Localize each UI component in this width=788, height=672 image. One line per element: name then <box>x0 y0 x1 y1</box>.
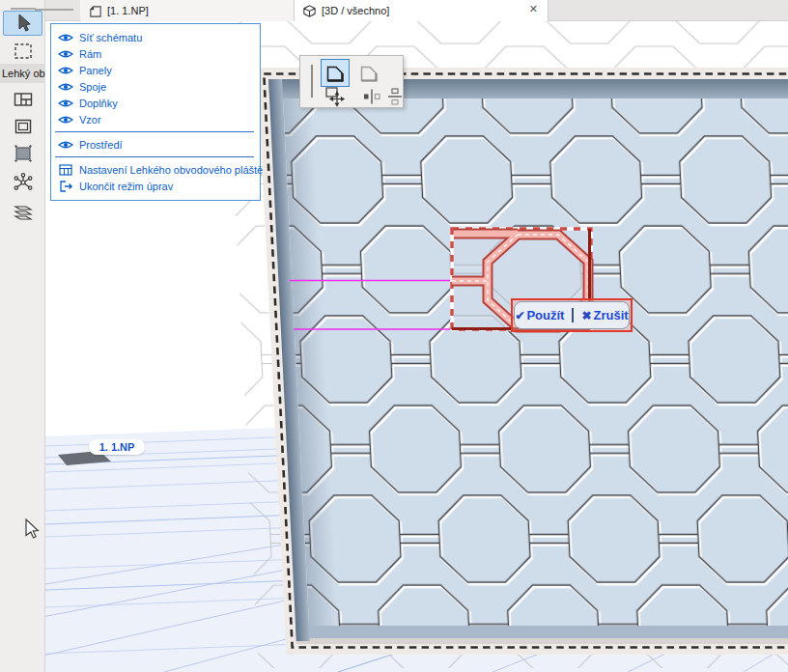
distribute-vertical-button[interactable] <box>385 86 405 107</box>
confirm-bar: ✔ Použít ✖ Zrušit <box>511 298 633 332</box>
floorplan-icon <box>88 4 102 18</box>
menu-divider <box>55 156 254 157</box>
eye-icon <box>57 114 74 126</box>
menu-item-label: Prostředí <box>79 139 123 151</box>
align-center-button[interactable] <box>357 86 386 107</box>
eye-icon <box>57 48 74 60</box>
cube-3d-icon <box>302 4 317 18</box>
curtain-wall <box>257 68 788 655</box>
panel-boundary-alt-button[interactable] <box>354 59 383 87</box>
tab-3d-label: [3D / všechno] <box>322 5 389 16</box>
settings-grid-icon <box>57 164 74 176</box>
menu-item-label: Síť schématu <box>79 32 142 43</box>
eye-icon <box>57 98 74 109</box>
menu-item-joints[interactable]: Spoje <box>51 78 260 95</box>
confirm-divider <box>572 308 574 322</box>
accessory-stack-icon <box>13 201 34 222</box>
panel-boundary-alt-icon <box>358 63 380 84</box>
menu-item-accessories[interactable]: Doplňky <box>51 95 260 111</box>
pet-palette-grip[interactable] <box>311 65 313 98</box>
menu-item-label: Nastavení Lehkého obvodového pláště <box>79 164 263 176</box>
menu-item-scheme-grid[interactable]: Síť schématu <box>51 29 260 45</box>
marquee-tool[interactable] <box>3 39 42 64</box>
arrow-tool[interactable] <box>3 11 42 36</box>
junction-icon <box>13 172 34 193</box>
frame-icon <box>13 116 34 137</box>
frame-tool[interactable] <box>3 114 42 139</box>
menu-item-label: Ukončit režim úprav <box>79 181 173 192</box>
story-label[interactable]: 1. 1.NP <box>89 439 145 455</box>
eye-icon <box>57 65 74 76</box>
view-options-panel: Síť schématu Rám Panely Spoje Doplňky Vz… <box>50 23 261 201</box>
eye-icon <box>57 32 74 43</box>
menu-item-label: Spoje <box>79 81 106 93</box>
menu-item-frame[interactable]: Rám <box>51 45 260 62</box>
wall-pattern <box>283 98 788 626</box>
arrow-cursor-icon <box>14 13 33 34</box>
menu-item-label: Panely <box>79 65 112 76</box>
panel-tool[interactable] <box>3 141 42 166</box>
mouse-cursor <box>25 518 40 539</box>
scheme-grid-tool[interactable] <box>3 87 42 112</box>
panel-boundary-icon <box>324 63 346 84</box>
apply-button[interactable]: ✔ Použít <box>515 308 564 322</box>
tab-floorplan-label: [1. 1.NP] <box>107 5 149 16</box>
palette-grip[interactable] <box>35 9 73 11</box>
menu-item-exit-edit-mode[interactable]: Ukončit režim úprav <box>51 178 260 194</box>
menu-item-cw-settings[interactable]: Nastavení Lehkého obvodového pláště <box>51 161 260 178</box>
eye-icon <box>57 139 74 151</box>
apply-label: Použít <box>526 308 564 322</box>
curtain-wall-plane[interactable] <box>218 19 788 672</box>
toolbox: Lehký ob <box>0 0 45 672</box>
eye-icon <box>57 81 74 93</box>
marquee-icon <box>13 42 34 61</box>
check-icon: ✔ <box>515 309 524 322</box>
menu-item-label: Doplňky <box>79 98 118 109</box>
move-icon <box>324 86 346 107</box>
panel-boundary-button[interactable] <box>321 59 350 87</box>
menu-divider <box>55 131 254 132</box>
app-window: { "tab_bar": { "tabs": [ { "label": "[1.… <box>0 0 788 672</box>
menu-item-pattern[interactable]: Vzor <box>51 111 260 127</box>
menu-item-panels[interactable]: Panely <box>51 62 260 78</box>
panel-icon <box>13 143 34 164</box>
exit-icon <box>57 181 74 192</box>
accessory-tool[interactable] <box>3 199 42 224</box>
toolbox-section-label: Lehký ob <box>0 64 45 83</box>
cross-icon: ✖ <box>581 309 591 322</box>
menu-item-label: Vzor <box>79 114 101 126</box>
toolbox-grip[interactable] <box>11 8 36 10</box>
tab-floorplan[interactable]: [1. 1.NP] <box>80 0 295 21</box>
tab-close-icon[interactable]: ✕ <box>529 3 538 15</box>
pet-palette <box>299 55 404 108</box>
cancel-label: Zrušit <box>594 308 629 322</box>
menu-item-environment[interactable]: Prostředí <box>51 136 260 153</box>
tab-bar: [1. 1.NP] [3D / všechno] ✕ <box>45 0 788 21</box>
align-center-icon <box>361 86 382 107</box>
tab-3d-view[interactable]: [3D / všechno] ✕ <box>295 0 549 21</box>
distribute-vertical-icon <box>385 86 405 107</box>
scheme-grid-icon <box>13 89 34 110</box>
move-button[interactable] <box>321 86 350 107</box>
cancel-button[interactable]: ✖ Zrušit <box>581 308 628 322</box>
junction-tool[interactable] <box>3 170 42 195</box>
menu-item-label: Rám <box>79 48 101 60</box>
confirm-pill: ✔ Použít ✖ Zrušit <box>514 301 630 329</box>
